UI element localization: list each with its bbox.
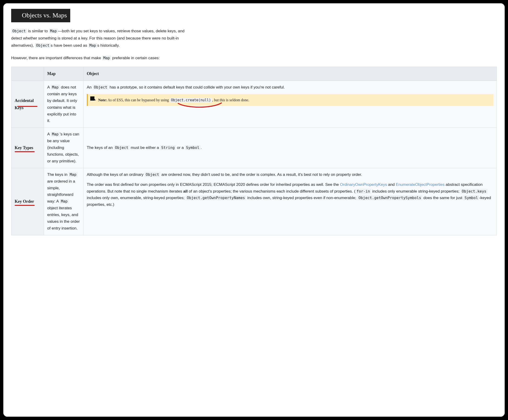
table-row: Key Types A Map's keys can be any value … [11,128,497,168]
annotation-underline [15,151,35,152]
row-header-key-types: Key Types [11,128,44,168]
intro-paragraph-2: However, there are important differences… [11,54,193,62]
comparison-table: Map Object Accidental Keys A Map does no… [11,67,497,235]
intro-paragraph-1: Object is similar to Map—both let you se… [11,27,193,49]
code-object: Object [11,29,27,33]
link-enumerate-object-properties[interactable]: EnumerateObjectProperties [396,182,445,187]
th-object: Object [83,67,497,81]
cell-map: A Map does not contain any keys by defau… [44,81,83,128]
cell-map: A Map's keys can be any value (including… [44,128,83,168]
th-map: Map [44,67,83,81]
link-ordinary-own-property-keys[interactable]: OrdinaryOwnPropertyKeys [340,182,387,187]
table-row: Key Order The keys in Map are ordered in… [11,168,497,235]
code-map: Map [88,43,97,48]
cell-map: The keys in Map are ordered in a simple,… [44,168,83,235]
note-icon [90,96,94,101]
table-row: Accidental Keys A Map does not contain a… [11,81,497,128]
cell-object: An Object has a prototype, so it contain… [83,81,497,128]
cell-object: Although the keys of an ordinary Object … [83,168,497,235]
annotation-underline [17,106,37,107]
code-object-create-null: Object.create(null) [170,98,212,102]
code-map: Map [49,29,58,33]
code-object: Object [35,43,51,48]
code-map: Map [102,56,111,60]
row-header-accidental-keys: Accidental Keys [11,81,44,128]
section-heading: Objects vs. Maps [11,9,70,22]
th-blank [11,67,44,81]
annotation-underline [15,205,35,206]
note-callout: Note: As of ES5, this can be bypassed by… [87,94,493,106]
annotation-curve [178,102,222,108]
document-page: Objects vs. Maps Object is similar to Ma… [3,3,505,417]
cell-object: The keys of an Object must be either a S… [83,128,497,168]
row-header-key-order: Key Order [11,168,44,235]
